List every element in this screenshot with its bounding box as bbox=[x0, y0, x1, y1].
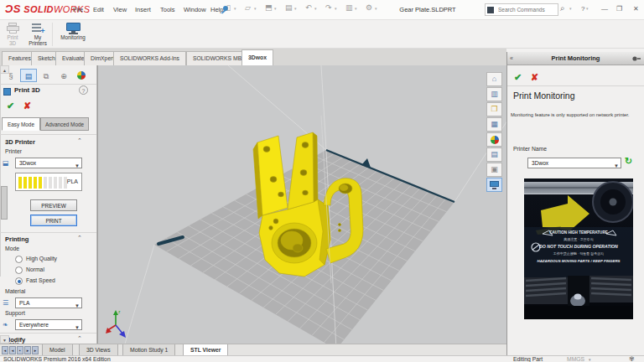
save-caret[interactable]: ▾ bbox=[274, 6, 277, 11]
cancel-x-button[interactable]: ✘ bbox=[23, 101, 31, 111]
tab-3d-views[interactable]: 3D Views bbox=[79, 344, 118, 356]
file-explorer-folder-icon[interactable]: ❐ bbox=[486, 102, 502, 116]
configuration-manager-tab[interactable]: ⧉ bbox=[38, 69, 55, 82]
menu-edit[interactable]: Edit bbox=[89, 0, 108, 20]
search-box[interactable] bbox=[485, 3, 558, 16]
tab-stl-viewer[interactable]: STL Viewer bbox=[183, 344, 228, 356]
radio-normal-label[interactable]: Normal bbox=[26, 266, 44, 272]
collapse-chevron-icon[interactable]: ⌃ bbox=[77, 137, 82, 144]
document-tab-bar: ◂ ◂ ▪ ▸ ▸ Model 3D Views Motion Study 1 … bbox=[0, 344, 506, 355]
menu-file[interactable]: File bbox=[69, 0, 87, 20]
save-icon[interactable]: ⬒ bbox=[265, 3, 273, 12]
printer-camera-feed: CAUTION HIGH TEMPERATURE 高温注意 · 고온주의 DO … bbox=[524, 178, 633, 319]
easy-mode-tab[interactable]: Easy Mode bbox=[2, 117, 40, 131]
custom-properties-icon[interactable]: ▤ bbox=[486, 147, 502, 162]
property-manager-tab[interactable]: ▤ bbox=[20, 69, 37, 82]
command-manager-tabs: Features Sketch Evaluate DimXpert SOLIDW… bbox=[0, 49, 506, 65]
redo-icon[interactable]: ↷ bbox=[325, 3, 332, 12]
filament-gauge: PLA bbox=[15, 173, 82, 191]
radio-high-quality[interactable] bbox=[15, 256, 23, 263]
support-select[interactable]: Everywhere▼ bbox=[15, 319, 82, 330]
help-circle-button[interactable]: ? bbox=[79, 85, 88, 95]
printer-icon: ⬓ bbox=[3, 158, 12, 168]
new-file-caret[interactable]: ▾ bbox=[234, 6, 236, 11]
display-manager-tab[interactable]: ⊕ bbox=[55, 69, 72, 82]
print-icon[interactable]: ▤ bbox=[285, 3, 293, 12]
undo-icon[interactable]: ↶ bbox=[305, 3, 312, 12]
print-caret[interactable]: ▾ bbox=[294, 6, 297, 11]
print-3d-icon bbox=[7, 23, 19, 34]
tab-scroll-right-icon[interactable]: ▸ bbox=[24, 346, 31, 354]
preview-button[interactable]: PREVIEW bbox=[30, 199, 77, 211]
design-library-icon[interactable]: ▥ bbox=[486, 87, 502, 101]
search-caret[interactable]: ▾ bbox=[569, 6, 572, 11]
undo-caret[interactable]: ▾ bbox=[314, 6, 317, 11]
section-3d-printer[interactable]: 3D Printer bbox=[5, 138, 35, 146]
rebuild-icon[interactable]: ▥ bbox=[345, 3, 353, 12]
collapse-chevron-icon[interactable]: ⌃ bbox=[77, 335, 82, 342]
units-selector[interactable]: MMGS bbox=[567, 356, 584, 362]
close-button[interactable]: ✕ bbox=[629, 0, 643, 18]
appearances-sphere-icon[interactable] bbox=[486, 132, 502, 147]
printer-select[interactable]: 3Dwox▼ bbox=[15, 158, 82, 168]
open-file-icon[interactable]: ▱ bbox=[245, 3, 251, 12]
document-title: Gear Plate.SLDPRT bbox=[369, 0, 486, 20]
monitoring-ok-button[interactable]: ✔ bbox=[514, 72, 522, 83]
radio-normal[interactable] bbox=[15, 266, 23, 274]
print-monitoring-tab-icon[interactable] bbox=[486, 178, 502, 192]
refresh-icon[interactable]: ↻ bbox=[625, 156, 632, 167]
panel-title: Print 3D bbox=[14, 86, 40, 94]
search-icon[interactable]: ⌕ bbox=[560, 3, 565, 13]
radio-fast-speed[interactable] bbox=[15, 277, 23, 285]
menu-view[interactable]: View bbox=[109, 0, 131, 20]
help-caret[interactable]: ▾ bbox=[586, 6, 589, 11]
menu-insert[interactable]: Insert bbox=[131, 0, 155, 20]
section-printing[interactable]: Printing bbox=[5, 235, 29, 243]
my-printers-button[interactable]: + MyPrinters bbox=[25, 21, 50, 48]
tab-solidworks-add-ins[interactable]: SOLIDWORKS Add-Ins bbox=[113, 51, 186, 65]
tab-3dwox[interactable]: 3Dwox bbox=[242, 49, 273, 65]
radio-high-quality-label[interactable]: High Quality bbox=[26, 256, 57, 261]
scrollbar-thumb[interactable] bbox=[1, 186, 8, 220]
view-palette-icon[interactable]: ▦ bbox=[486, 117, 502, 132]
tab-scroll-last-icon[interactable]: ▸ bbox=[32, 346, 39, 354]
material-select[interactable]: PLA▼ bbox=[15, 297, 82, 308]
radio-fast-speed-label[interactable]: Fast Speed bbox=[26, 277, 55, 283]
tab-scroll-first-icon[interactable]: ◂ bbox=[2, 346, 8, 354]
camera-warning-line4: 工作中禁止接触 · 작동중 접촉금지 bbox=[524, 251, 633, 256]
print-3d-button[interactable]: Print3D bbox=[2, 21, 23, 48]
origin-triad: z bbox=[106, 309, 126, 338]
status-bar: SOLIDWORKS Premium 2016 x64 Edition Edit… bbox=[0, 355, 644, 362]
units-caret-icon[interactable]: ▾ bbox=[589, 356, 591, 362]
ribbon-separator bbox=[52, 23, 53, 46]
tab-scroll-left-icon[interactable]: ◂ bbox=[9, 346, 16, 354]
new-file-icon[interactable]: ▯ bbox=[226, 3, 231, 12]
print-button[interactable]: PRINT bbox=[30, 215, 77, 226]
tab-scroll-mid-icon[interactable]: ▪ bbox=[17, 346, 23, 354]
dimxpert-manager-tab[interactable] bbox=[73, 69, 90, 82]
my-printers-icon: + bbox=[32, 23, 44, 34]
redo-caret[interactable]: ▾ bbox=[335, 6, 337, 11]
menu-tools[interactable]: Tools bbox=[156, 0, 179, 20]
task-pane-header[interactable]: « Print Monitoring bbox=[507, 52, 644, 65]
advanced-mode-tab[interactable]: Advanced Mode bbox=[40, 117, 89, 131]
monitoring-button[interactable]: Monitoring bbox=[55, 21, 91, 48]
mode-label: Mode bbox=[5, 246, 19, 251]
open-file-caret[interactable]: ▾ bbox=[254, 6, 257, 11]
tab-model[interactable]: Model bbox=[42, 344, 73, 356]
monitoring-cancel-button[interactable]: ✘ bbox=[531, 72, 538, 83]
ok-check-button[interactable]: ✔ bbox=[7, 101, 14, 111]
forum-icon[interactable]: ▣ bbox=[486, 163, 502, 177]
task-pane-title: Print Monitoring bbox=[507, 52, 644, 65]
restore-button[interactable]: ❐ bbox=[612, 0, 626, 18]
pin-icon[interactable] bbox=[632, 55, 641, 62]
tab-motion-study-1[interactable]: Motion Study 1 bbox=[122, 344, 175, 356]
rebuild-caret[interactable]: ▾ bbox=[355, 6, 357, 11]
collapse-chevron-icon[interactable]: ⌃ bbox=[77, 235, 82, 241]
minimize-button[interactable]: — bbox=[597, 0, 612, 18]
yellow-extruder-marker bbox=[541, 195, 589, 230]
search-input[interactable] bbox=[496, 5, 557, 14]
printer-name-select[interactable]: 3Dwox▼ bbox=[527, 158, 621, 168]
graphics-viewport[interactable]: z bbox=[98, 65, 506, 344]
solidworks-resources-home-icon[interactable]: ⌂ bbox=[486, 72, 502, 86]
